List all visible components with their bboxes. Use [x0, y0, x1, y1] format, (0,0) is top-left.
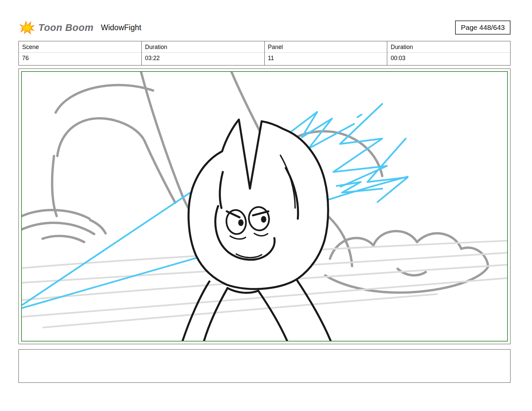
- storyboard-export-page: Toon Boom WidowFight Page 448/643 Scene …: [0, 0, 532, 411]
- info-value: 00:03: [387, 53, 510, 65]
- project-title: WidowFight: [101, 23, 141, 32]
- info-cell-scene: Scene 76: [19, 41, 142, 65]
- storyboard-panel-safe-frame: [21, 71, 508, 341]
- info-label: Panel: [265, 41, 387, 53]
- header: Toon Boom WidowFight Page 448/643: [18, 19, 511, 36]
- toonboom-burst-icon: [18, 20, 35, 35]
- info-cell-scene-duration: Duration 03:22: [142, 41, 265, 65]
- info-value: 03:22: [142, 53, 264, 65]
- info-label: Duration: [142, 41, 264, 53]
- page-number: Page 448/643: [461, 24, 505, 31]
- storyboard-sketch: [22, 72, 507, 341]
- info-label: Scene: [19, 41, 141, 53]
- caption-box: [18, 349, 511, 383]
- info-cell-panel: Panel 11: [265, 41, 388, 65]
- toonboom-logo-text: Toon Boom: [38, 22, 94, 33]
- character-left-leg: [183, 281, 210, 341]
- storyboard-panel-frame: [18, 68, 511, 344]
- page-number-box: Page 448/643: [455, 20, 511, 35]
- info-label: Duration: [387, 41, 510, 53]
- info-value: 76: [19, 53, 141, 65]
- info-table: Scene 76 Duration 03:22 Panel 11 Duratio…: [18, 41, 511, 65]
- toonboom-logo: Toon Boom: [18, 20, 94, 35]
- character: [183, 120, 331, 341]
- character-body: [188, 120, 328, 289]
- info-cell-panel-duration: Duration 00:03: [387, 41, 510, 65]
- character-right-leg: [297, 279, 331, 341]
- info-value: 11: [265, 53, 387, 65]
